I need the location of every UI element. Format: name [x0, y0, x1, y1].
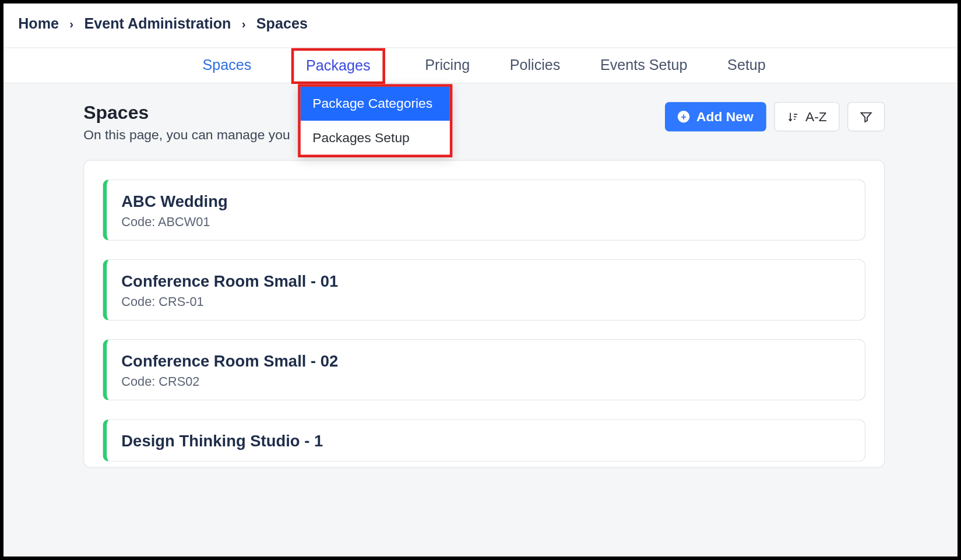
code-label: Code:: [121, 214, 155, 228]
space-title: Design Thinking Studio - 1: [121, 432, 850, 450]
filter-button[interactable]: [847, 102, 885, 131]
add-new-label: Add New: [696, 109, 754, 124]
breadcrumb: Home › Event Administration › Spaces: [3, 3, 961, 47]
sort-button[interactable]: A-Z: [774, 102, 839, 131]
spaces-panel: ABC Wedding Code: ABCW01 Conference Room…: [83, 160, 885, 468]
tabs-bar: Spaces Packages Pricing Policies Events …: [3, 47, 961, 83]
code-label: Code:: [121, 375, 155, 389]
dropdown-item-packages-setup[interactable]: Packages Setup: [301, 121, 450, 154]
tab-pricing[interactable]: Pricing: [425, 48, 470, 83]
space-code: Code: CRS02: [121, 375, 850, 389]
space-card[interactable]: Design Thinking Studio - 1: [103, 419, 865, 462]
page-title: Spaces: [83, 102, 290, 124]
packages-dropdown: Package Categories Packages Setup: [298, 84, 452, 157]
code-label: Code:: [121, 294, 155, 308]
sort-label: A-Z: [805, 109, 827, 124]
space-card[interactable]: Conference Room Small - 01 Code: CRS-01: [103, 259, 865, 320]
breadcrumb-section[interactable]: Event Administration: [84, 16, 231, 33]
plus-circle-icon: +: [678, 111, 690, 123]
space-title: Conference Room Small - 02: [121, 352, 850, 371]
page-description: On this page, you can manage you: [83, 128, 290, 143]
dropdown-item-package-categories[interactable]: Package Categories: [301, 87, 450, 121]
tab-policies[interactable]: Policies: [510, 48, 561, 83]
content-area: Spaces On this page, you can manage you …: [3, 83, 961, 560]
chevron-right-icon: ›: [69, 17, 73, 31]
tab-spaces[interactable]: Spaces: [202, 48, 251, 83]
breadcrumb-page[interactable]: Spaces: [256, 16, 308, 33]
space-code: Code: CRS-01: [121, 294, 850, 309]
add-new-button[interactable]: + Add New: [665, 102, 766, 131]
filter-icon: [860, 110, 873, 124]
code-value: CRS02: [159, 375, 199, 389]
breadcrumb-home[interactable]: Home: [18, 16, 59, 33]
space-code: Code: ABCW01: [121, 214, 850, 229]
tab-events-setup[interactable]: Events Setup: [600, 48, 688, 83]
tab-packages[interactable]: Packages: [291, 48, 385, 84]
space-title: Conference Room Small - 01: [121, 272, 850, 291]
space-card[interactable]: Conference Room Small - 02 Code: CRS02: [103, 339, 865, 400]
chevron-right-icon: ›: [242, 17, 246, 31]
code-value: ABCW01: [158, 214, 210, 228]
space-title: ABC Wedding: [121, 192, 850, 210]
sort-icon: [787, 111, 799, 123]
page-actions: + Add New A-Z: [665, 102, 885, 131]
tab-setup[interactable]: Setup: [727, 48, 766, 83]
space-card[interactable]: ABC Wedding Code: ABCW01: [103, 179, 865, 241]
code-value: CRS-01: [159, 294, 203, 308]
